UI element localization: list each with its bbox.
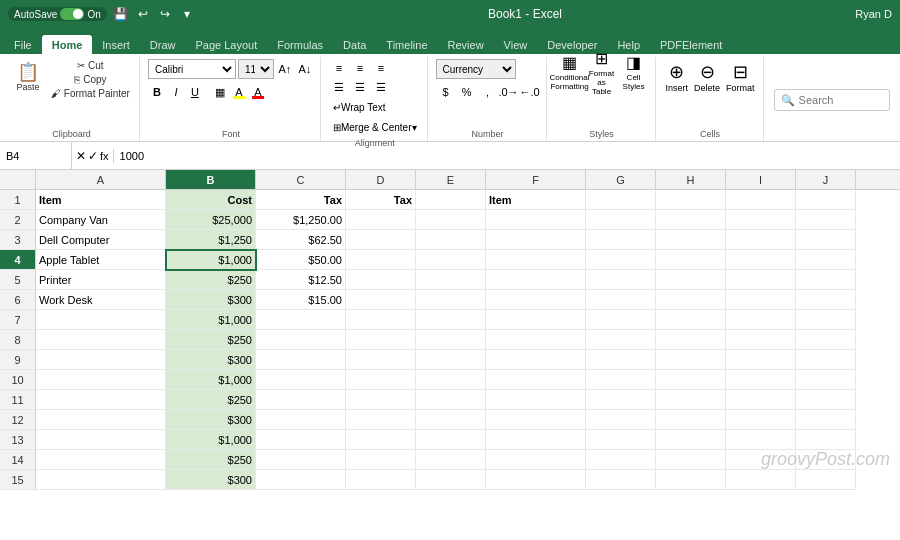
cut-button[interactable]: ✂ Cut <box>48 59 133 72</box>
bold-button[interactable]: B <box>148 83 166 101</box>
cell-h14[interactable] <box>656 450 726 470</box>
cell-b1[interactable]: Cost <box>166 190 256 210</box>
cell-b11[interactable]: $250 <box>166 390 256 410</box>
cell-f11[interactable] <box>486 390 586 410</box>
cell-j5[interactable] <box>796 270 856 290</box>
cell-i13[interactable] <box>726 430 796 450</box>
cell-a6[interactable]: Work Desk <box>36 290 166 310</box>
cell-i2[interactable] <box>726 210 796 230</box>
formula-input[interactable]: 1000 <box>114 150 900 162</box>
cell-b14[interactable]: $250 <box>166 450 256 470</box>
cell-d13[interactable] <box>346 430 416 450</box>
cell-e15[interactable] <box>416 470 486 490</box>
search-input[interactable] <box>799 94 889 106</box>
cell-e11[interactable] <box>416 390 486 410</box>
cell-c3[interactable]: $62.50 <box>256 230 346 250</box>
row-num-15[interactable]: 15 <box>0 470 36 490</box>
cell-b8[interactable]: $250 <box>166 330 256 350</box>
cell-d7[interactable] <box>346 310 416 330</box>
align-mid-center[interactable]: ☰ <box>350 78 370 96</box>
row-num-14[interactable]: 14 <box>0 450 36 470</box>
col-header-h[interactable]: H <box>656 170 726 189</box>
cell-e7[interactable] <box>416 310 486 330</box>
cell-c6[interactable]: $15.00 <box>256 290 346 310</box>
cell-a13[interactable] <box>36 430 166 450</box>
cell-f13[interactable] <box>486 430 586 450</box>
cell-g12[interactable] <box>586 410 656 430</box>
cell-i14[interactable] <box>726 450 796 470</box>
cell-i7[interactable] <box>726 310 796 330</box>
decrease-font-btn[interactable]: A↓ <box>296 60 314 78</box>
cell-j3[interactable] <box>796 230 856 250</box>
tab-formulas[interactable]: Formulas <box>267 35 333 54</box>
cell-e6[interactable] <box>416 290 486 310</box>
cell-b2[interactable]: $25,000 <box>166 210 256 230</box>
cell-c15[interactable] <box>256 470 346 490</box>
increase-decimal-btn[interactable]: .0→ <box>499 83 519 101</box>
cell-j11[interactable] <box>796 390 856 410</box>
cell-a15[interactable] <box>36 470 166 490</box>
cell-g1[interactable] <box>586 190 656 210</box>
align-top-center[interactable]: ≡ <box>350 59 370 77</box>
col-header-c[interactable]: C <box>256 170 346 189</box>
cell-b5[interactable]: $250 <box>166 270 256 290</box>
cell-h11[interactable] <box>656 390 726 410</box>
tab-timeline[interactable]: Timeline <box>376 35 437 54</box>
row-num-13[interactable]: 13 <box>0 430 36 450</box>
delete-btn[interactable]: ⊖ Delete <box>692 59 722 95</box>
tab-home[interactable]: Home <box>42 35 93 54</box>
cell-e13[interactable] <box>416 430 486 450</box>
tab-file[interactable]: File <box>4 35 42 54</box>
cell-j4[interactable] <box>796 250 856 270</box>
border-button[interactable]: ▦ <box>211 83 229 101</box>
col-header-a[interactable]: A <box>36 170 166 189</box>
cell-h8[interactable] <box>656 330 726 350</box>
cell-a3[interactable]: Dell Computer <box>36 230 166 250</box>
cell-h12[interactable] <box>656 410 726 430</box>
cell-d4[interactable] <box>346 250 416 270</box>
cell-i3[interactable] <box>726 230 796 250</box>
cell-d15[interactable] <box>346 470 416 490</box>
conditional-formatting-btn[interactable]: ▦ ConditionalFormatting <box>555 59 585 85</box>
cell-d10[interactable] <box>346 370 416 390</box>
insert-btn[interactable]: ⊕ Insert <box>664 59 691 95</box>
cell-i6[interactable] <box>726 290 796 310</box>
cell-d12[interactable] <box>346 410 416 430</box>
cell-i15[interactable] <box>726 470 796 490</box>
cell-b13[interactable]: $1,000 <box>166 430 256 450</box>
autosave-pill[interactable]: AutoSave On <box>8 7 107 21</box>
cell-f15[interactable] <box>486 470 586 490</box>
cell-j7[interactable] <box>796 310 856 330</box>
cell-f10[interactable] <box>486 370 586 390</box>
cell-h6[interactable] <box>656 290 726 310</box>
cell-f3[interactable] <box>486 230 586 250</box>
cell-g5[interactable] <box>586 270 656 290</box>
percent-btn[interactable]: % <box>457 83 477 101</box>
cell-a12[interactable] <box>36 410 166 430</box>
cell-b4[interactable]: $1,000 <box>166 250 256 270</box>
col-header-b[interactable]: B <box>166 170 256 189</box>
cell-h13[interactable] <box>656 430 726 450</box>
cell-i8[interactable] <box>726 330 796 350</box>
cell-b15[interactable]: $300 <box>166 470 256 490</box>
row-num-6[interactable]: 6 <box>0 290 36 310</box>
tab-pdfelement[interactable]: PDFElement <box>650 35 732 54</box>
cell-g11[interactable] <box>586 390 656 410</box>
row-num-7[interactable]: 7 <box>0 310 36 330</box>
col-header-i[interactable]: I <box>726 170 796 189</box>
cell-a11[interactable] <box>36 390 166 410</box>
cell-d8[interactable] <box>346 330 416 350</box>
cell-j13[interactable] <box>796 430 856 450</box>
font-color-button[interactable]: A <box>249 83 267 101</box>
cell-g14[interactable] <box>586 450 656 470</box>
row-num-9[interactable]: 9 <box>0 350 36 370</box>
save-qat-icon[interactable]: 💾 <box>113 6 129 22</box>
search-box[interactable]: 🔍 <box>774 89 890 111</box>
cell-e8[interactable] <box>416 330 486 350</box>
cell-f4[interactable] <box>486 250 586 270</box>
cell-c5[interactable]: $12.50 <box>256 270 346 290</box>
row-num-2[interactable]: 2 <box>0 210 36 230</box>
cell-c9[interactable] <box>256 350 346 370</box>
cell-f5[interactable] <box>486 270 586 290</box>
cell-f12[interactable] <box>486 410 586 430</box>
